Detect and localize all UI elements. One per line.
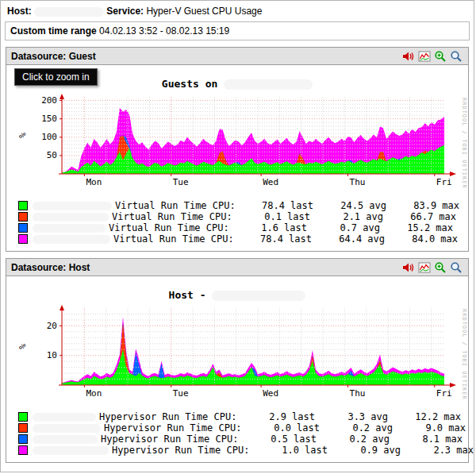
legend-row: Virtual Run Time CPU: 1.6 last 0.7 avg 1…: [18, 222, 466, 233]
legend-swatch: [18, 445, 28, 455]
time-range-value: 04.02.13 3:52 - 08.02.13 15:19: [99, 25, 229, 37]
panel-header: Datasource: Host: [6, 259, 468, 276]
legend-label: Virtual Run Time CPU:: [113, 233, 239, 245]
legend-row: Virtual Run Time CPU: 78.4 last 64.4 avg…: [18, 233, 466, 245]
time-range-label: Custom time range: [10, 25, 97, 37]
rrdtool-watermark: RRDTOOL / TOBI OETIKER: [461, 98, 467, 189]
panel-header: Datasource: Guest: [6, 48, 468, 65]
redacted-host: [33, 213, 109, 222]
legend-swatch: [18, 212, 28, 222]
svg-text:%: %: [17, 133, 28, 138]
sound-icon[interactable]: [402, 50, 416, 63]
legend-avg: 24.5 avg: [313, 200, 386, 211]
legend-avg: 0.2 avg: [317, 434, 390, 445]
panel-body: Click to zoom in Guests on 50100150200Mo…: [6, 65, 468, 251]
legend-max: 15.2 max: [380, 222, 453, 233]
legend-max: 83.9 max: [386, 200, 459, 211]
legend-avg: 0.9 avg: [328, 445, 401, 456]
legend-row: Hypervisor Run Time CPU: 2.9 last 3.3 av…: [18, 411, 466, 422]
legend-swatch: [18, 434, 28, 444]
legend: Virtual Run Time CPU: 78.4 last 24.5 avg…: [18, 200, 466, 245]
redacted-host: [33, 224, 106, 233]
legend-max: 84.0 max: [385, 233, 458, 245]
svg-text:Fri: Fri: [436, 388, 452, 399]
sound-icon[interactable]: [402, 261, 416, 274]
legend-max: 12.2 max: [388, 411, 461, 422]
zoom-in-icon[interactable]: [434, 50, 447, 63]
legend-row: Hypervisor Run Time CPU: 0.0 last 0.2 av…: [18, 422, 466, 434]
datasource-title: Datasource: Guest: [11, 51, 96, 62]
redacted-host: [33, 435, 98, 444]
svg-text:10: 10: [47, 350, 57, 360]
legend-avg: 0.2 avg: [320, 422, 393, 434]
panel-datasource-host: Datasource: Host Host - 1020MonTueWedThu…: [6, 258, 469, 463]
legend-max: 9.0 max: [393, 422, 466, 434]
zoom-tooltip: Click to zoom in: [14, 68, 98, 86]
svg-text:150: 150: [41, 114, 57, 124]
graph-wrap: 1020MonTueWedThuFri% RRDTOOL / TOBI OETI…: [9, 303, 467, 409]
redacted-host: [33, 202, 112, 210]
redacted-host: [33, 235, 110, 244]
panel-datasource-guest: Datasource: Guest Click to zoom in Guest…: [6, 47, 469, 252]
legend-max: 8.1 max: [390, 434, 463, 445]
legend-row: Virtual Run Time CPU: 0.1 last 2.1 avg 6…: [18, 211, 466, 222]
panel-body: Host - 1020MonTueWedThuFri% RRDTOOL / TO…: [6, 276, 468, 462]
legend-last: 2.9 last: [242, 411, 315, 422]
redacted-host: [33, 446, 109, 455]
legend-row: Hypervisor Run Time CPU: 0.5 last 0.2 av…: [18, 434, 466, 445]
redacted-host: [33, 413, 96, 422]
legend-avg: 0.7 avg: [307, 222, 380, 233]
graph-title-text: Host -: [169, 289, 206, 301]
svg-text:Wed: Wed: [263, 388, 278, 399]
legend-last: 1.0 last: [255, 445, 328, 456]
host-label: Host:: [7, 6, 32, 17]
legend-last: 78.4 last: [239, 233, 312, 245]
legend-swatch: [18, 234, 28, 244]
service-label: Service:: [106, 6, 144, 17]
graph-title-redacted: [212, 291, 305, 301]
host-name-redacted: [34, 7, 104, 17]
legend-row: Virtual Run Time CPU: 78.4 last 24.5 avg…: [18, 200, 466, 211]
svg-text:200: 200: [41, 95, 57, 106]
datasource-title: Datasource: Host: [11, 262, 90, 273]
legend-label: Hypervisor Run Time CPU:: [104, 422, 247, 434]
legend-last: 0.0 last: [247, 422, 320, 434]
svg-text:Thu: Thu: [350, 388, 366, 399]
legend-label: Hypervisor Run Time CPU:: [112, 445, 255, 456]
svg-text:20: 20: [47, 321, 57, 331]
panel-action-icons: [402, 261, 463, 274]
time-range-bar: Custom time range 04.02.13 3:52 - 08.02.…: [5, 21, 470, 40]
magnifier-icon[interactable]: [450, 261, 463, 274]
svg-text:Tue: Tue: [173, 177, 189, 187]
legend-label: Virtual Run Time CPU:: [109, 222, 234, 233]
legend: Hypervisor Run Time CPU: 2.9 last 3.3 av…: [18, 411, 466, 456]
legend-last: 78.4 last: [240, 200, 313, 211]
graph-wrap: 50100150200MonTueWedThuFri% RRDTOOL / TO…: [9, 91, 467, 198]
chart-icon[interactable]: [418, 261, 432, 274]
legend-label: Virtual Run Time CPU:: [115, 200, 240, 211]
svg-text:Fri: Fri: [436, 177, 452, 187]
legend-row: Hypervisor Run Time CPU: 1.0 last 0.9 av…: [18, 445, 466, 456]
svg-text:100: 100: [41, 132, 57, 142]
service-value: Hyper-V Guest CPU Usage: [146, 6, 262, 17]
guest-cpu-chart[interactable]: 50100150200MonTueWedThuFri%: [16, 91, 460, 198]
legend-avg: 64.4 avg: [312, 233, 385, 245]
legend-label: Virtual Run Time CPU:: [112, 211, 237, 222]
host-cpu-chart[interactable]: 1020MonTueWedThuFri%: [16, 303, 460, 409]
svg-text:Tue: Tue: [173, 388, 189, 399]
graph-title-redacted: [224, 79, 313, 90]
legend-swatch: [18, 423, 28, 433]
zoom-in-icon[interactable]: [434, 261, 447, 274]
svg-text:Thu: Thu: [350, 177, 366, 187]
chart-icon[interactable]: [418, 50, 432, 63]
magnifier-icon[interactable]: [450, 50, 463, 63]
svg-text:50: 50: [47, 150, 57, 160]
rrdtool-watermark: RRDTOOL / TOBI OETIKER: [461, 309, 467, 400]
svg-text:%: %: [17, 344, 28, 349]
legend-swatch: [18, 223, 28, 233]
host-service-line: Host: Service: Hyper-V Guest CPU Usage: [1, 1, 474, 20]
svg-text:Mon: Mon: [86, 388, 102, 399]
graph-title: Host -: [9, 289, 466, 301]
legend-last: 0.5 last: [244, 434, 317, 445]
svg-text:Wed: Wed: [263, 177, 278, 187]
